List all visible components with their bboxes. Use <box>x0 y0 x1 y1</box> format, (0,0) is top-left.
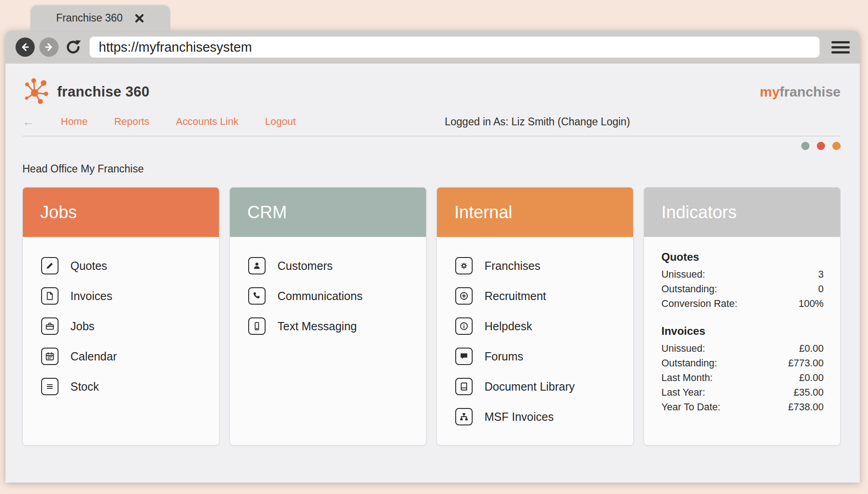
menu-item-calendar[interactable]: Calendar <box>41 341 219 371</box>
menu-item-label: Text Messaging <box>277 320 357 333</box>
logged-in-text[interactable]: Logged in As: Liz Smith (Change Login) <box>445 116 630 128</box>
menu-item-document-library[interactable]: Document Library <box>455 371 633 402</box>
page-title: Head Office My Franchise <box>22 163 841 175</box>
menu-item-label: Customers <box>277 259 333 273</box>
indicator-value: 3 <box>818 267 824 282</box>
briefcase-icon <box>41 317 59 335</box>
indicator-label: Last Month: <box>661 370 713 385</box>
indicator-value: £773.00 <box>788 356 824 370</box>
nav-link-reports[interactable]: Reports <box>114 116 149 128</box>
logo-text: franchise 360 <box>57 84 149 100</box>
menu-item-label: Quotes <box>70 259 107 273</box>
menu-item-jobs[interactable]: Jobs <box>41 311 219 341</box>
nav-link-accounts-link[interactable]: Accounts Link <box>176 116 239 128</box>
dashboard-cards: Jobs Quotes Invoi <box>22 187 841 446</box>
sitemap-icon <box>455 408 473 425</box>
menu-item-text-messaging[interactable]: Text Messaging <box>248 311 426 341</box>
indicator-row: Outstanding: 0 <box>661 282 824 296</box>
plus-circle-icon <box>455 287 473 305</box>
nav-back-icon[interactable]: ← <box>22 116 34 128</box>
brand-franchise: franchise <box>780 84 841 99</box>
indicator-label: Outstanding: <box>661 356 717 370</box>
menu-item-communications[interactable]: Communications <box>248 281 426 311</box>
menu-item-label: Forums <box>485 350 523 363</box>
card-jobs-header: Jobs <box>23 188 219 237</box>
indicator-value: £0.00 <box>799 341 824 356</box>
card-crm-header: CRM <box>230 188 426 237</box>
card-internal: Internal Franchises <box>437 187 634 446</box>
indicator-value: £0.00 <box>799 370 824 385</box>
brand-my: my <box>760 84 779 99</box>
indicator-label: Conversion Rate: <box>661 296 737 311</box>
chat-icon <box>455 348 473 365</box>
menu-item-label: Invoices <box>70 290 112 303</box>
browser-window: Franchise 360 <box>5 5 860 483</box>
status-dot-green <box>801 142 809 150</box>
indicator-value: £35.00 <box>793 385 824 400</box>
indicator-group-heading: Invoices <box>661 325 824 338</box>
card-internal-header: Internal <box>437 188 633 237</box>
card-crm-list: Customers Communications T <box>230 237 426 341</box>
indicator-group-heading: Quotes <box>661 251 824 263</box>
menu-item-label: Document Library <box>485 380 575 393</box>
indicator-row: Last Year: £35.00 <box>661 385 824 400</box>
back-button[interactable] <box>16 38 35 57</box>
card-jobs: Jobs Quotes Invoi <box>22 187 219 446</box>
menu-item-stock[interactable]: Stock <box>41 371 219 402</box>
menu-item-invoices[interactable]: Invoices <box>41 281 219 311</box>
url-input[interactable] <box>90 37 820 58</box>
pencil-square-icon <box>41 257 59 274</box>
nav-link-home[interactable]: Home <box>61 116 88 128</box>
menu-item-label: Franchises <box>485 259 540 273</box>
browser-toolbar <box>5 31 860 64</box>
card-title-jobs: Jobs <box>40 203 77 222</box>
menu-icon[interactable] <box>831 41 850 54</box>
indicator-row: Outstanding: £773.00 <box>661 356 824 370</box>
nav-link-logout[interactable]: Logout <box>265 116 296 128</box>
page-content: franchise 360 myfranchise ← Home Reports… <box>5 64 860 483</box>
menu-item-msf-invoices[interactable]: MSF Invoices <box>455 402 633 432</box>
site-header: franchise 360 myfranchise <box>22 77 841 107</box>
menu-item-forums[interactable]: Forums <box>455 341 633 371</box>
status-dot-red <box>817 142 825 150</box>
indicator-value: 0 <box>818 282 824 296</box>
site-nav: ← Home Reports Accounts Link Logout Logg… <box>22 115 841 129</box>
status-dot-orange <box>832 142 841 150</box>
myfranchise-brand: myfranchise <box>760 84 841 100</box>
indicator-row: Year To Date: £738.00 <box>661 400 824 414</box>
person-icon <box>248 257 266 274</box>
menu-item-label: MSF Invoices <box>485 410 554 424</box>
indicator-label: Outstanding: <box>661 282 717 296</box>
indicator-group-invoices: Invoices Unissued: £0.00 Outstanding: £7… <box>661 325 824 414</box>
menu-item-recruitment[interactable]: Recruitment <box>455 281 633 311</box>
menu-item-helpdesk[interactable]: Helpdesk <box>455 311 633 341</box>
indicator-row: Unissued: £0.00 <box>661 341 824 356</box>
status-dots <box>22 142 841 150</box>
card-internal-list: Franchises Recruitment Hel <box>437 237 633 432</box>
calendar-icon <box>41 348 59 365</box>
indicator-label: Unissued: <box>661 267 705 282</box>
card-indicators: Indicators Quotes Unissued: 3 Outstandin… <box>644 187 841 446</box>
indicators-body: Quotes Unissued: 3 Outstanding: 0 Conver… <box>644 237 840 414</box>
window-main: franchise 360 myfranchise ← Home Reports… <box>5 31 860 483</box>
close-tab-icon[interactable] <box>134 13 144 23</box>
menu-item-label: Recruitment <box>485 290 546 303</box>
card-crm: CRM Customers Com <box>229 187 426 446</box>
info-circle-icon <box>455 317 473 335</box>
indicator-value: 100% <box>799 296 824 311</box>
browser-tab[interactable]: Franchise 360 <box>31 5 170 31</box>
mobile-icon <box>248 317 266 335</box>
menu-item-quotes[interactable]: Quotes <box>41 251 219 281</box>
menu-item-franchises[interactable]: Franchises <box>455 251 633 281</box>
indicator-label: Last Year: <box>661 385 705 400</box>
menu-item-label: Calendar <box>70 350 117 363</box>
cogs-icon <box>455 257 473 274</box>
menu-item-label: Stock <box>70 380 99 393</box>
refresh-button[interactable] <box>63 37 83 57</box>
phone-icon <box>248 287 266 305</box>
file-icon <box>41 287 59 305</box>
menu-item-customers[interactable]: Customers <box>248 251 426 281</box>
indicator-group-quotes: Quotes Unissued: 3 Outstanding: 0 Conver… <box>661 251 824 311</box>
forward-button[interactable] <box>39 38 59 57</box>
card-indicators-header: Indicators <box>644 188 840 237</box>
